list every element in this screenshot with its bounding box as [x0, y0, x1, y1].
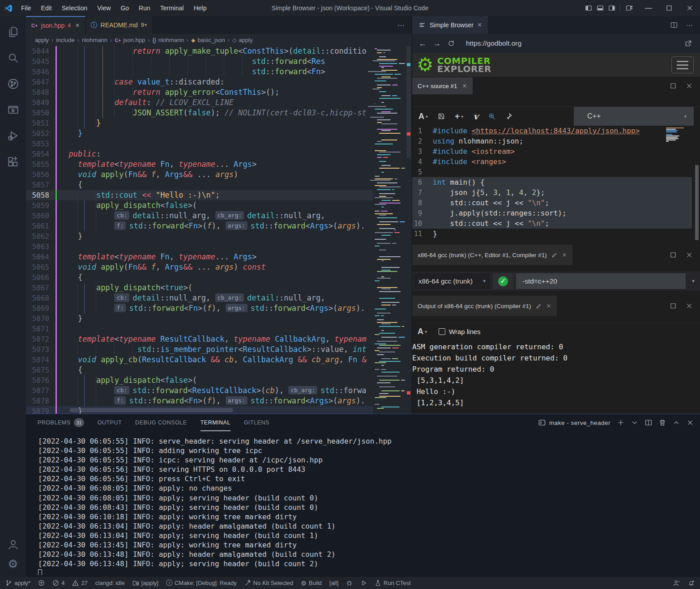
menu-file[interactable]: File — [16, 0, 36, 16]
source-control-icon[interactable] — [0, 72, 26, 95]
font-size-button[interactable]: A▾ — [418, 327, 427, 336]
code-line[interactable]: 5059 apply_dispatch<false>( — [26, 200, 373, 211]
ce-code-line[interactable]: 6int main() { — [412, 177, 692, 187]
code-line[interactable]: 5051 } — [26, 118, 373, 128]
ce-code-line[interactable]: 1#include <https://localhost:8443/apply/… — [412, 126, 692, 136]
code-line[interactable]: 5049 default: // LCOV_EXCL_LINE — [26, 97, 373, 108]
minimap[interactable] — [373, 46, 405, 414]
ce-code-line[interactable]: 2using nlohmann::json; — [412, 136, 692, 146]
status-cmake-build[interactable]: ⚙Build — [301, 580, 321, 587]
status-run-ctest[interactable]: Run CTest — [375, 580, 411, 586]
maximize-pane-icon[interactable] — [670, 251, 677, 258]
code-line[interactable]: 5053 — [26, 139, 373, 149]
close-pane-icon[interactable] — [686, 82, 693, 89]
search-icon[interactable] — [0, 47, 26, 69]
tab-readme-md[interactable]: ⓘ README.md 9+ — [85, 16, 154, 34]
code-line[interactable]: 5058 std::cout << "Hello :-)\n"; — [26, 190, 373, 200]
status-cmake-debug[interactable] — [346, 580, 353, 586]
breadcrumb-item-nlohmann[interactable]: {}nlohmann — [153, 37, 184, 43]
output-pane-tab[interactable]: Output of x86-64 gcc (trunk) (Compiler #… — [412, 296, 557, 316]
compiler-pane-tab[interactable]: x86-64 gcc (trunk) (C++, Editor #1, Comp… — [412, 245, 572, 265]
toggle-secondary-sidebar-icon[interactable] — [608, 4, 615, 12]
new-terminal-icon[interactable] — [617, 419, 624, 426]
ce-code-line[interactable]: 11} — [412, 229, 692, 239]
explorer-icon[interactable] — [0, 21, 26, 43]
code-line[interactable]: 5076 apply_dispatch<false>( — [26, 375, 373, 386]
font-size-button[interactable]: A▾ — [418, 112, 428, 121]
menu-go[interactable]: Go — [115, 0, 134, 16]
editor-vertical-scrollbar[interactable] — [405, 46, 412, 414]
status-cmake-run[interactable] — [360, 580, 367, 586]
code-line[interactable]: 5048 return apply_error<ConstThis>(); — [26, 87, 373, 97]
toggle-panel-icon[interactable] — [597, 4, 604, 12]
code-line[interactable]: 5073 std::is_member_pointer<ResultCallba… — [26, 344, 373, 355]
code-line[interactable]: 5061 f:std::forward<Fn>(f), args:std::fo… — [26, 221, 373, 231]
status-sync[interactable] — [38, 580, 45, 586]
code-line[interactable]: 5066 { — [26, 272, 373, 283]
reload-icon[interactable] — [444, 37, 458, 50]
code-line[interactable]: 5071 — [26, 324, 373, 334]
panel-tab-terminal[interactable]: TERMINAL — [201, 414, 230, 431]
status-cmake-status[interactable]: ⓘCMake: [Debug]: Ready — [166, 579, 237, 587]
status-notifications[interactable] — [688, 580, 695, 586]
close-icon[interactable] — [562, 252, 567, 258]
code-editor[interactable]: 5044 return apply_make_tuple<ConstThis>(… — [26, 46, 412, 414]
close-panel-icon[interactable] — [687, 419, 694, 426]
tab-simple-browser[interactable]: Simple Browser × — [412, 16, 488, 34]
code-line[interactable]: 5070 } — [26, 314, 373, 324]
tab-json-hpp[interactable]: C+ json.hpp 4 × — [26, 16, 85, 34]
code-line[interactable]: 5075 { — [26, 365, 373, 375]
maximize-panel-icon[interactable] — [673, 419, 680, 426]
code-line[interactable]: 5050 JSON_ASSERT(false); // NOLINT(cert-… — [26, 108, 373, 118]
code-line[interactable]: 5060 cb:detail::null_arg, cb_arg:detail:… — [26, 211, 373, 221]
close-window-button[interactable] — [679, 0, 700, 16]
close-tab-icon[interactable]: × — [478, 21, 482, 29]
account-icon[interactable] — [8, 539, 19, 550]
ce-code-line[interactable]: 4#include <ranges> — [412, 157, 692, 167]
editor-horizontal-scrollbar[interactable] — [69, 408, 233, 412]
code-line[interactable]: 5069 f:std::forward<Fn>(f), args:std::fo… — [26, 303, 373, 314]
menu-edit[interactable]: Edit — [36, 0, 57, 16]
close-pane-icon[interactable] — [686, 302, 693, 309]
editor-more-actions-icon[interactable]: ⋯ — [397, 16, 412, 34]
code-line[interactable]: 5044 return apply_make_tuple<ConstThis>(… — [26, 46, 373, 56]
ce-code-line[interactable]: 10 std::cout << j << "\n"; — [412, 218, 692, 229]
code-line[interactable]: 5055 template<typename Fn, typename... A… — [26, 159, 373, 169]
run-debug-icon[interactable] — [0, 124, 26, 147]
add-pane-button[interactable]: +▾ — [455, 111, 463, 121]
status-git-branch[interactable]: apply* — [5, 580, 30, 586]
vim-mode-icon[interactable]: v — [473, 111, 478, 122]
toggle-sidebar-icon[interactable] — [585, 4, 592, 12]
breadcrumb-item-nlohmann[interactable]: nlohmann — [82, 37, 107, 43]
ce-code-line[interactable]: 7 json j{5, 3, 1, 4, 2}; — [412, 187, 692, 198]
code-line[interactable]: 5047 case value_t::discarded: — [26, 77, 373, 87]
breadcrumb-item-basic_json[interactable]: ◈basic_json — [191, 37, 225, 43]
code-line[interactable]: 5045 std::forward<Res — [26, 56, 373, 67]
ce-code-line[interactable]: 9 j.apply(std::ranges::sort); — [412, 208, 692, 218]
panel-tab-output[interactable]: OUTPUT — [98, 414, 122, 431]
code-line[interactable]: 5065 void apply(Fn&& f, Args&& ... args)… — [26, 262, 373, 272]
code-line[interactable]: 5054 public: — [26, 149, 373, 159]
status-warnings[interactable]: 27 — [72, 580, 87, 586]
code-line[interactable]: 5077 cb:std::forward<ResultCallback>(cb)… — [26, 386, 373, 396]
status-feedback[interactable] — [673, 580, 680, 586]
code-line[interactable]: 5072 template<typename ResultCallback, t… — [26, 334, 373, 344]
ce-code-line[interactable]: 5 — [412, 167, 692, 177]
zoom-icon[interactable] — [488, 113, 495, 120]
kill-terminal-icon[interactable] — [659, 419, 666, 426]
code-line[interactable]: 5074 void apply_cb(ResultCallback && cb,… — [26, 355, 373, 365]
ce-scrollbar[interactable] — [695, 165, 699, 240]
breadcrumb-item-apply[interactable]: ◇apply — [232, 37, 252, 43]
panel-tab-debug-console[interactable]: DEBUG CONSOLE — [135, 414, 187, 431]
extensions-icon[interactable] — [0, 150, 26, 173]
panel-tab-problems[interactable]: PROBLEMS31 — [38, 414, 84, 431]
code-line[interactable]: 5052 } — [26, 128, 373, 139]
breadcrumb-item-apply[interactable]: apply — [35, 37, 49, 43]
menu-view[interactable]: View — [92, 0, 115, 16]
ce-code-editor[interactable]: 1#include <https://localhost:8443/apply/… — [412, 126, 700, 241]
url-field[interactable]: https://godbolt.org — [459, 39, 679, 47]
code-line[interactable]: 5078 f:std::forward<Fn>(f), args:std::fo… — [26, 396, 373, 406]
ce-code-line[interactable]: 3#include <iostream> — [412, 146, 692, 157]
compile-status-button[interactable]: ✓ — [493, 273, 513, 289]
language-select[interactable]: C++ ▾ — [574, 107, 694, 126]
